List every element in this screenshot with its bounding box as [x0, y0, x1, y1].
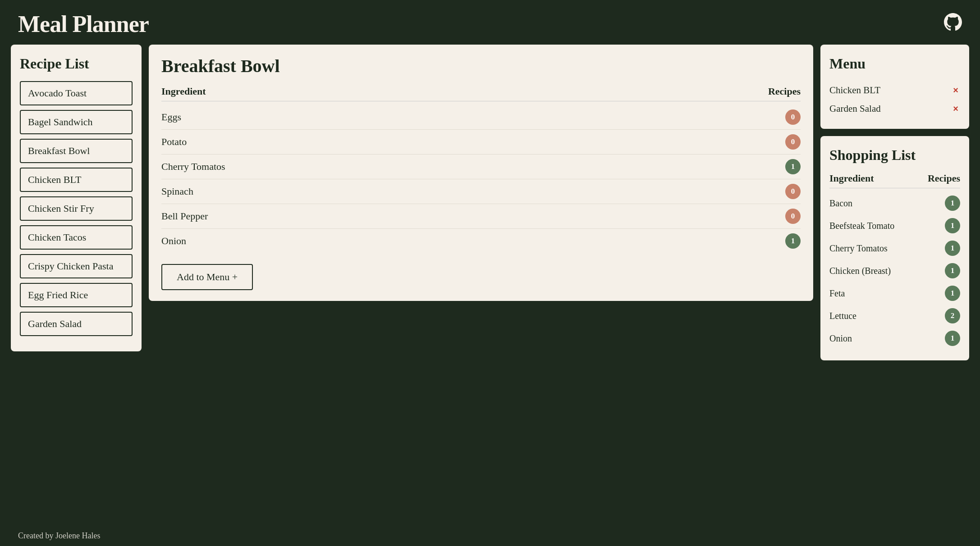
shopping-count-badge: 1 [945, 241, 960, 256]
shopping-ingredient-name: Bacon [829, 198, 852, 209]
footer-label: Created by Joelene Hales [18, 531, 100, 540]
ingredient-row: Bell Pepper0 [161, 204, 801, 229]
recipe-item[interactable]: Bagel Sandwich [20, 110, 133, 134]
menu-items-list: Chicken BLT×Garden Salad× [829, 81, 960, 118]
shopping-count-badge: 2 [945, 308, 960, 323]
shopping-ingredient-name: Cherry Tomatos [829, 243, 888, 254]
footer: Created by Joelene Hales [0, 526, 980, 546]
header: Meal Planner [0, 0, 980, 45]
shopping-count-badge: 1 [945, 196, 960, 211]
shopping-ingredient-name: Feta [829, 288, 845, 299]
recipe-item[interactable]: Chicken BLT [20, 168, 133, 192]
right-column: Menu Chicken BLT×Garden Salad× Shopping … [820, 45, 969, 360]
menu-item-row: Garden Salad× [829, 100, 960, 118]
remove-menu-item-button[interactable]: × [951, 104, 960, 114]
recipe-item[interactable]: Chicken Stir Fry [20, 196, 133, 221]
menu-item-label: Garden Salad [829, 103, 881, 114]
ingredient-row: Spinach0 [161, 179, 801, 204]
ingredient-row: Eggs0 [161, 105, 801, 130]
add-to-menu-button[interactable]: Add to Menu + [161, 264, 253, 290]
ingredient-table: Ingredient Recipes Eggs0Potato0Cherry To… [161, 86, 801, 253]
shopping-list-title: Shopping List [829, 147, 960, 164]
ingredient-row: Onion1 [161, 229, 801, 253]
recipe-detail-title: Breakfast Bowl [161, 55, 801, 77]
shopping-ingredient-row: Onion1 [829, 327, 960, 350]
ingredient-name: Onion [161, 235, 186, 247]
github-icon[interactable] [944, 13, 962, 35]
shopping-ingredient-row: Bacon1 [829, 192, 960, 214]
ingredient-row: Potato0 [161, 130, 801, 155]
ingredient-rows: Eggs0Potato0Cherry Tomatos1Spinach0Bell … [161, 105, 801, 253]
shopping-ingredient-row: Cherry Tomatos1 [829, 237, 960, 259]
recipe-item[interactable]: Avocado Toast [20, 81, 133, 105]
recipe-count-badge: 0 [785, 184, 801, 199]
menu-title: Menu [829, 55, 960, 72]
shopping-ingredient-row: Feta1 [829, 282, 960, 305]
ingredient-name: Spinach [161, 186, 193, 197]
main-content: Recipe List Avocado ToastBagel SandwichB… [0, 45, 980, 526]
shopping-ingredient-row: Chicken (Breast)1 [829, 259, 960, 282]
recipe-item[interactable]: Crispy Chicken Pasta [20, 254, 133, 278]
recipe-item[interactable]: Egg Fried Rice [20, 283, 133, 307]
recipe-count-badge: 0 [785, 109, 801, 125]
app-title: Meal Planner [18, 11, 149, 37]
shopping-rows: Bacon1Beefsteak Tomato1Cherry Tomatos1Ch… [829, 192, 960, 350]
shopping-ingredient-row: Lettuce2 [829, 305, 960, 327]
recipe-item[interactable]: Breakfast Bowl [20, 139, 133, 163]
recipe-item[interactable]: Garden Salad [20, 312, 133, 336]
recipe-item[interactable]: Chicken Tacos [20, 225, 133, 250]
recipe-count-badge: 1 [785, 233, 801, 249]
shopping-count-badge: 1 [945, 218, 960, 233]
shopping-ingredient-name: Chicken (Breast) [829, 266, 891, 276]
shopping-ingredient-row: Beefsteak Tomato1 [829, 214, 960, 237]
menu-item-row: Chicken BLT× [829, 81, 960, 100]
col-recipes-label: Recipes [768, 86, 801, 97]
menu-item-label: Chicken BLT [829, 85, 880, 96]
remove-menu-item-button[interactable]: × [951, 85, 960, 96]
recipe-items-list: Avocado ToastBagel SandwichBreakfast Bow… [20, 81, 133, 336]
ingredient-name: Eggs [161, 111, 181, 123]
ingredient-name: Potato [161, 136, 187, 148]
recipe-count-badge: 0 [785, 209, 801, 224]
shopping-count-badge: 1 [945, 286, 960, 301]
shopping-list-header: Ingredient Recipes [829, 173, 960, 188]
recipe-list-title: Recipe List [20, 55, 133, 72]
ingredient-table-header: Ingredient Recipes [161, 86, 801, 101]
shopping-col-recipes: Recipes [928, 173, 960, 184]
shopping-count-badge: 1 [945, 263, 960, 278]
shopping-list-panel: Shopping List Ingredient Recipes Bacon1B… [820, 136, 969, 360]
ingredient-row: Cherry Tomatos1 [161, 155, 801, 179]
ingredient-name: Bell Pepper [161, 210, 208, 222]
col-ingredient-label: Ingredient [161, 86, 206, 97]
recipe-count-badge: 0 [785, 134, 801, 150]
recipe-detail-panel: Breakfast Bowl Ingredient Recipes Eggs0P… [149, 45, 813, 301]
ingredient-name: Cherry Tomatos [161, 161, 225, 173]
menu-panel: Menu Chicken BLT×Garden Salad× [820, 45, 969, 129]
recipe-count-badge: 1 [785, 159, 801, 174]
shopping-col-ingredient: Ingredient [829, 173, 874, 184]
shopping-count-badge: 1 [945, 331, 960, 346]
recipe-list-panel: Recipe List Avocado ToastBagel SandwichB… [11, 45, 142, 351]
shopping-ingredient-name: Lettuce [829, 311, 856, 321]
shopping-ingredient-name: Beefsteak Tomato [829, 221, 894, 231]
shopping-ingredient-name: Onion [829, 333, 852, 344]
